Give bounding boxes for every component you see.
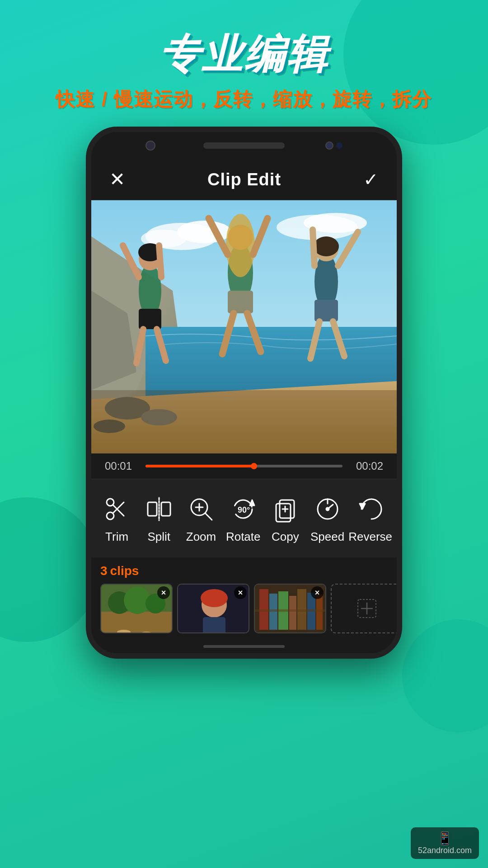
timeline-progress [145,465,254,467]
phone-bottom-bar [91,640,397,653]
svg-line-19 [159,245,161,277]
watermark: 📱 52android.com [411,827,479,859]
close-button[interactable]: ✕ [109,170,125,189]
clip-empty-slot[interactable] [331,584,402,633]
rotate-icon: 90° [227,493,259,525]
svg-rect-72 [203,617,225,633]
svg-line-34 [313,230,314,266]
svg-rect-36 [314,300,338,321]
watermark-icon: 📱 [437,831,453,846]
svg-line-41 [113,505,124,516]
phone-speaker [203,142,285,149]
svg-rect-80 [316,594,323,630]
clip-thumb-2[interactable]: × [177,584,249,633]
tool-zoom[interactable]: Zoom [180,493,222,544]
clip-close-1[interactable]: × [157,586,170,599]
app-screen: ✕ Clip Edit ✓ [91,159,397,640]
clips-number: 3 [100,564,108,578]
sensor-dot [336,142,343,149]
clip-edit-header: ✕ Clip Edit ✓ [91,159,397,200]
phone-top-bar [91,132,397,159]
clip-close-2[interactable]: × [234,586,247,599]
phone-device: ✕ Clip Edit ✓ [86,127,402,659]
timeline-track[interactable] [145,465,343,467]
copy-icon [269,493,301,525]
svg-rect-28 [228,291,253,313]
svg-rect-54 [276,504,291,522]
home-indicator [203,645,285,648]
zoom-label: Zoom [186,530,216,544]
clips-label: clips [110,564,139,578]
svg-rect-43 [148,502,157,516]
phone-mockup: ✕ Clip Edit ✓ [86,127,402,659]
main-title: 专业编辑 [0,27,488,82]
bg-decoration-2 [0,497,99,642]
svg-rect-81 [255,609,326,612]
split-label: Split [148,530,171,544]
speed-label: Speed [310,530,344,544]
tool-trim[interactable]: Trim [96,493,138,544]
tool-rotate[interactable]: 90° Rotate [222,493,264,544]
trim-icon [101,493,133,525]
watermark-box: 📱 52android.com [411,827,479,859]
bg-decoration-3 [402,619,488,732]
svg-rect-77 [289,596,296,630]
split-icon [143,493,175,525]
screen-title: Clip Edit [207,170,281,189]
rotate-label: Rotate [226,530,261,544]
svg-rect-44 [161,502,170,516]
time-end: 00:02 [347,460,383,472]
svg-point-25 [226,214,255,277]
svg-point-60 [326,508,329,510]
clips-row: × × [100,584,388,633]
clip-thumb-3[interactable]: × [254,584,326,633]
svg-point-33 [314,236,339,256]
tool-reverse[interactable]: Reverse [348,493,392,544]
time-start: 00:01 [105,460,141,472]
tool-split[interactable]: Split [138,493,180,544]
trim-label: Trim [105,530,128,544]
svg-text:90°: 90° [238,505,250,514]
video-preview [91,200,397,453]
tool-bar: Trim Split [91,479,397,557]
svg-point-71 [201,589,228,607]
confirm-button[interactable]: ✓ [363,169,379,190]
svg-marker-61 [360,504,365,509]
title-area: 专业编辑 快速 / 慢速运动，反转，缩放，旋转，拆分 [0,27,488,112]
zoom-icon [185,493,217,525]
copy-label: Copy [272,530,299,544]
clips-count: 3 clips [100,564,388,578]
speed-icon [311,493,344,525]
clip-thumb-1[interactable]: × [100,584,173,633]
reverse-icon [354,493,387,525]
svg-rect-20 [139,309,161,329]
reverse-label: Reverse [348,530,392,544]
timeline-thumb[interactable] [251,463,257,469]
clip-close-3[interactable]: × [311,586,324,599]
tool-copy[interactable]: Copy [264,493,306,544]
svg-line-42 [113,502,124,513]
timeline-bar: 00:01 00:02 [91,453,397,479]
camera-left [145,141,155,151]
svg-rect-63 [101,612,173,633]
watermark-text: 52android.com [418,846,472,855]
video-frame [91,200,397,453]
clips-strip: 3 clips [91,557,397,640]
svg-line-47 [205,513,212,520]
camera-right [325,142,333,150]
svg-rect-14 [91,390,397,453]
tool-speed[interactable]: Speed [306,493,348,544]
svg-marker-52 [250,500,254,505]
sub-title: 快速 / 慢速运动，反转，缩放，旋转，拆分 [0,87,488,112]
